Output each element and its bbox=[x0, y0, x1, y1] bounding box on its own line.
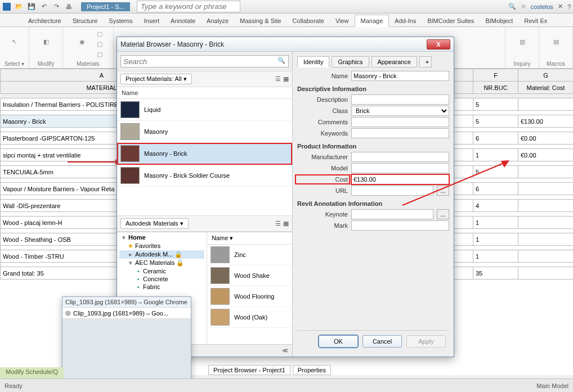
search-icon[interactable]: 🔍 bbox=[277, 57, 285, 64]
collapse-libraries-icon[interactable]: ≪ bbox=[282, 347, 289, 354]
library-list[interactable]: Name ▾ Zinc Wood Shake Wood Flooring Woo… bbox=[207, 232, 292, 344]
list-item-selected[interactable]: Masonry - Brick bbox=[144, 150, 187, 157]
tab-graphics[interactable]: Graphics bbox=[332, 56, 369, 67]
project-materials-list[interactable]: Name Liquid Masonry Masonry - Brick Maso… bbox=[117, 87, 292, 215]
workset-indicator[interactable]: Main Model bbox=[536, 382, 568, 389]
tab-addins[interactable]: Add-Ins bbox=[389, 15, 422, 26]
col-letter-g[interactable]: G bbox=[518, 69, 574, 82]
macros-icon[interactable]: ▤ bbox=[545, 30, 567, 53]
project-info-icon[interactable]: ▢ bbox=[97, 51, 106, 60]
tab-add-button[interactable]: + bbox=[419, 56, 432, 67]
table-cell[interactable] bbox=[518, 183, 574, 195]
tab-manage[interactable]: Manage bbox=[355, 15, 390, 27]
lib-list-header[interactable]: Name ▾ bbox=[207, 232, 292, 245]
table-cell[interactable]: €0.00 bbox=[518, 149, 574, 161]
tab-architecture[interactable]: Architecture bbox=[23, 15, 67, 26]
close-doc-icon[interactable]: ✕ bbox=[558, 3, 563, 10]
tab-massing[interactable]: Massing & Site bbox=[234, 15, 286, 26]
table-cell[interactable] bbox=[518, 250, 574, 263]
tab-bimobject[interactable]: BIMobject bbox=[480, 15, 518, 26]
table-cell[interactable] bbox=[518, 98, 574, 111]
table-cell[interactable] bbox=[518, 200, 574, 212]
tree-home[interactable]: ▾Home bbox=[119, 233, 204, 242]
materials-ribbon-icon[interactable]: ◉ bbox=[71, 30, 93, 53]
properties-tab[interactable]: Properties bbox=[293, 365, 331, 375]
project-browser-tab[interactable]: Project Browser - Project1 bbox=[208, 365, 290, 375]
tab-bimcoder[interactable]: BIMCoder Suites bbox=[422, 15, 480, 26]
table-cell[interactable]: 1 bbox=[473, 217, 518, 229]
subscription-icon[interactable]: ☆ bbox=[521, 3, 526, 10]
table-cell[interactable]: 5 bbox=[473, 98, 518, 111]
tab-insert[interactable]: Insert bbox=[138, 15, 165, 26]
lib-view-list-icon[interactable]: ☰ bbox=[275, 220, 281, 227]
comments-field[interactable] bbox=[351, 117, 449, 127]
url-browse-button[interactable]: ... bbox=[437, 186, 449, 196]
tab-view[interactable]: View bbox=[330, 15, 355, 26]
table-cell[interactable]: €130.00 bbox=[518, 115, 574, 128]
library-crumb[interactable]: Autodesk Materials ▾ bbox=[120, 218, 189, 229]
model-field[interactable] bbox=[351, 163, 449, 173]
list-header[interactable]: Name bbox=[117, 87, 292, 99]
lib-view-thumb-icon[interactable]: ▦ bbox=[283, 220, 289, 227]
keynote-browse-button[interactable]: ... bbox=[437, 209, 449, 219]
tab-revitext[interactable]: Revit Ex bbox=[518, 15, 553, 26]
header-nrbuc[interactable]: NR.BUC bbox=[473, 82, 518, 94]
user-menu[interactable]: costelos bbox=[531, 3, 553, 10]
name-field[interactable] bbox=[351, 71, 449, 81]
materials-button-icon[interactable]: ◧ bbox=[35, 30, 57, 53]
keynote-field[interactable] bbox=[351, 209, 433, 219]
inquiry-icon[interactable]: ▥ bbox=[511, 30, 534, 53]
material-search-input[interactable] bbox=[120, 55, 289, 67]
table-cell[interactable]: 6 bbox=[473, 132, 518, 145]
table-cell[interactable] bbox=[518, 166, 574, 178]
modify-tool-icon[interactable]: ↖ bbox=[3, 30, 26, 53]
save-icon[interactable]: 💾 bbox=[27, 2, 36, 11]
tab-analyze[interactable]: Analyze bbox=[201, 15, 234, 26]
redo-icon[interactable]: ↷ bbox=[52, 2, 61, 11]
tab-collaborate[interactable]: Collaborate bbox=[287, 15, 330, 26]
print-icon[interactable]: 🖶 bbox=[64, 2, 73, 11]
table-cell[interactable]: 5 bbox=[473, 166, 518, 178]
table-cell[interactable]: 35 bbox=[473, 267, 518, 280]
col-letter-f[interactable]: F bbox=[473, 69, 518, 82]
header-cost[interactable]: Material: Cost bbox=[518, 82, 574, 94]
table-cell[interactable]: 6 bbox=[473, 183, 518, 195]
table-cell[interactable]: 5 bbox=[473, 115, 518, 128]
ok-button[interactable]: OK bbox=[319, 335, 358, 348]
view-thumb-icon[interactable]: ▦ bbox=[283, 75, 289, 83]
table-cell[interactable]: 1 bbox=[473, 149, 518, 161]
object-styles-icon[interactable]: ▢ bbox=[97, 30, 106, 39]
table-cell[interactable]: 1 bbox=[473, 250, 518, 263]
help-icon[interactable]: ? bbox=[567, 3, 571, 10]
view-list-icon[interactable]: ☰ bbox=[275, 75, 281, 83]
dialog-close-button[interactable]: X bbox=[427, 39, 450, 49]
table-cell[interactable]: 4 bbox=[473, 200, 518, 212]
table-cell[interactable] bbox=[518, 217, 574, 229]
table-cell[interactable]: €0.00 bbox=[518, 132, 574, 145]
mark-field[interactable] bbox=[351, 220, 449, 231]
url-field[interactable] bbox=[351, 186, 433, 196]
list-item[interactable]: Masonry - Brick Soldier Course bbox=[144, 172, 230, 179]
tab-structure[interactable]: Structure bbox=[67, 15, 104, 26]
cancel-button[interactable]: Cancel bbox=[362, 335, 402, 348]
project-tab[interactable]: Project1 - S... bbox=[81, 2, 130, 11]
snaps-icon[interactable]: ▢ bbox=[97, 40, 106, 49]
table-cell[interactable] bbox=[518, 233, 574, 246]
table-cell[interactable]: 1 bbox=[473, 233, 518, 246]
help-search-input[interactable] bbox=[137, 1, 240, 12]
app-menu-icon[interactable] bbox=[2, 2, 11, 11]
tab-systems[interactable]: Systems bbox=[103, 15, 138, 26]
undo-icon[interactable]: ↶ bbox=[39, 2, 48, 11]
tab-identity[interactable]: Identity bbox=[297, 56, 329, 67]
tab-annotate[interactable]: Annotate bbox=[165, 15, 201, 26]
project-materials-crumb[interactable]: Project Materials: All ▾ bbox=[120, 74, 192, 84]
cost-field[interactable] bbox=[351, 174, 449, 184]
keywords-field[interactable] bbox=[351, 128, 449, 138]
apply-button[interactable]: Apply bbox=[406, 335, 446, 348]
modify-schedule-bar[interactable]: Modify Schedule/Q bbox=[0, 367, 64, 379]
infocenter-icon[interactable]: 🔍 bbox=[508, 3, 516, 10]
description-field[interactable] bbox=[351, 94, 449, 105]
open-icon[interactable]: 📂 bbox=[15, 2, 24, 11]
list-item[interactable]: Liquid bbox=[144, 106, 160, 113]
list-item[interactable]: Masonry bbox=[144, 128, 168, 135]
